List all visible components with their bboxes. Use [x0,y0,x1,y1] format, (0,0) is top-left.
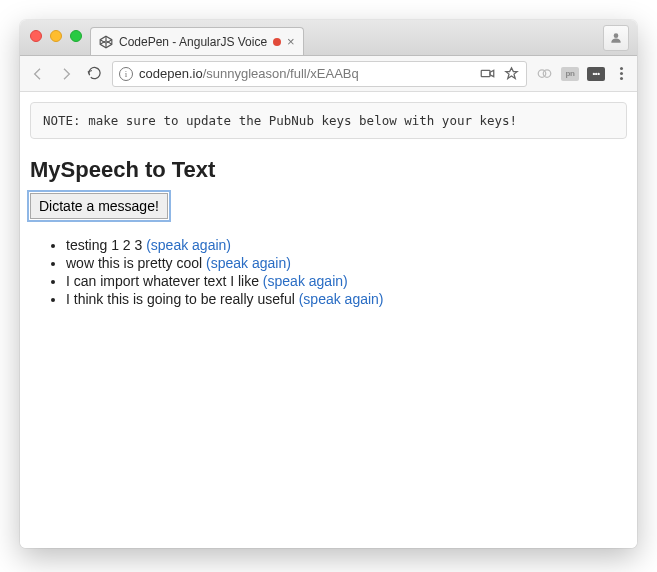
speak-again-link[interactable]: (speak again) [299,291,384,307]
extension-pn-icon[interactable]: pn [561,67,579,81]
codepen-favicon-icon [99,35,113,49]
list-item: I can import whatever text I like (speak… [66,273,627,289]
note-banner: NOTE: make sure to update the PubNub key… [30,102,627,139]
speak-again-link[interactable]: (speak again) [263,273,348,289]
dictate-button[interactable]: Dictate a message! [30,193,168,219]
profile-button[interactable] [603,25,629,51]
page-content: NOTE: make sure to update the PubNub key… [20,92,637,548]
bookmark-star-icon[interactable] [502,65,520,83]
address-bar[interactable]: i codepen.io/sunnygleason/full/xEAABq [112,61,527,87]
svg-point-3 [614,33,619,38]
site-info-icon[interactable]: i [119,67,133,81]
speak-again-link[interactable]: (speak again) [146,237,231,253]
extension-icon[interactable] [535,65,553,83]
forward-button[interactable] [56,64,76,84]
page-title: MySpeech to Text [30,157,627,183]
browser-toolbar: i codepen.io/sunnygleason/full/xEAABq pn… [20,56,637,92]
list-item: testing 1 2 3 (speak again) [66,237,627,253]
titlebar: CodePen - AngularJS Voice × [20,20,637,56]
browser-window: CodePen - AngularJS Voice × i codepen.io… [20,20,637,548]
svg-rect-4 [481,70,490,76]
url-host: codepen.io [139,66,203,81]
url-path: /sunnygleason/full/xEAABq [203,66,359,81]
extension-dots-icon[interactable]: ••• [587,67,605,81]
svg-point-8 [543,70,551,78]
message-text: testing 1 2 3 [66,237,142,253]
message-text: I can import whatever text I like [66,273,259,289]
recording-indicator-icon [273,38,281,46]
chrome-menu-button[interactable] [613,67,629,80]
maximize-window-button[interactable] [70,30,82,42]
reload-button[interactable] [84,64,104,84]
back-button[interactable] [28,64,48,84]
minimize-window-button[interactable] [50,30,62,42]
close-tab-icon[interactable]: × [287,35,295,48]
camera-icon[interactable] [478,65,496,83]
list-item: wow this is pretty cool (speak again) [66,255,627,271]
svg-marker-5 [490,70,494,76]
message-list: testing 1 2 3 (speak again)wow this is p… [66,237,627,307]
close-window-button[interactable] [30,30,42,42]
url-text: codepen.io/sunnygleason/full/xEAABq [139,66,472,81]
browser-tab[interactable]: CodePen - AngularJS Voice × [90,27,304,55]
speak-again-link[interactable]: (speak again) [206,255,291,271]
list-item: I think this is going to be really usefu… [66,291,627,307]
svg-marker-6 [505,68,516,79]
message-text: wow this is pretty cool [66,255,202,271]
window-controls [30,30,82,42]
tab-title: CodePen - AngularJS Voice [119,35,267,49]
message-text: I think this is going to be really usefu… [66,291,295,307]
